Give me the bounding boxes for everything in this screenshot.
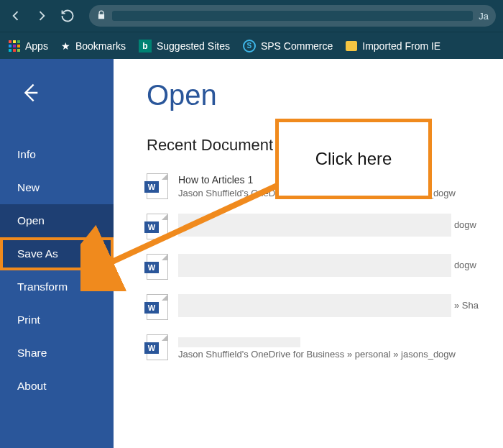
folder-icon xyxy=(346,41,357,51)
sidebar-item-label: Info xyxy=(17,148,36,160)
sidebar-item-new[interactable]: New xyxy=(0,171,114,204)
bookmark-bookmarks-label: Bookmarks xyxy=(75,40,126,52)
sidebar-item-save-as[interactable]: Save As xyxy=(0,237,114,270)
sidebar-item-print[interactable]: Print xyxy=(0,303,114,337)
sidebar-item-about[interactable]: About xyxy=(0,370,114,403)
sidebar-item-label: Print xyxy=(17,314,40,326)
document-row[interactable]: dogw xyxy=(147,214,503,239)
sidebar-item-label: Transform xyxy=(17,280,68,293)
sidebar-item-info[interactable]: Info xyxy=(0,138,114,171)
doc-path-tail: dogw xyxy=(454,260,476,270)
doc-path-tail: » Sha xyxy=(454,300,479,311)
bookmark-sps-label: SPS Commerce xyxy=(261,40,333,52)
word-doc-icon xyxy=(147,173,168,199)
sidebar-item-label: Share xyxy=(17,347,47,359)
sidebar-item-label: Save As xyxy=(17,247,58,260)
browser-chrome: Ja Apps ★ Bookmarks b Suggested Sites S … xyxy=(0,0,503,59)
sidebar-item-share[interactable]: Share xyxy=(0,337,114,370)
annotation-callout: Click here xyxy=(275,119,432,199)
star-icon: ★ xyxy=(61,40,70,52)
page-title: Open xyxy=(147,79,503,111)
sidebar-item-label: New xyxy=(17,181,40,193)
word-doc-icon xyxy=(147,214,168,239)
document-row[interactable]: Jason Shuffield's OneDrive for Business … xyxy=(147,334,503,360)
apps-icon xyxy=(9,40,20,52)
sidebar-item-label: Open xyxy=(17,214,45,227)
redacted-text xyxy=(178,254,451,277)
recent-documents-list: How to Articles 1 Jason Shuffield's OneD… xyxy=(147,173,503,361)
sidebar: Info New Open Save As Transform Print Sh… xyxy=(0,59,114,448)
main-panel: Open Recent Document How to Articles 1 J… xyxy=(114,59,503,448)
sps-icon: S xyxy=(243,40,256,52)
back-nav-button[interactable] xyxy=(7,7,24,24)
bing-icon: b xyxy=(139,40,152,52)
address-tail: Ja xyxy=(479,11,489,22)
bookmark-apps-label: Apps xyxy=(25,40,48,52)
forward-nav-button[interactable] xyxy=(33,7,50,24)
sidebar-item-open[interactable]: Open xyxy=(0,204,114,237)
bookmark-imported-label: Imported From IE xyxy=(362,40,440,52)
bookmark-apps[interactable]: Apps xyxy=(9,40,48,52)
bookmark-suggested-label: Suggested Sites xyxy=(157,40,230,52)
bookmark-sps[interactable]: S SPS Commerce xyxy=(243,40,333,52)
reload-button[interactable] xyxy=(59,7,76,24)
document-row[interactable]: dogw xyxy=(147,254,503,280)
redacted-text xyxy=(178,337,300,347)
redacted-text xyxy=(178,214,451,237)
sidebar-item-transform[interactable]: Transform xyxy=(0,270,114,303)
word-doc-icon xyxy=(147,294,168,320)
bookmark-imported[interactable]: Imported From IE xyxy=(346,40,440,52)
bookmark-bookmarks[interactable]: ★ Bookmarks xyxy=(61,40,126,52)
annotation-text: Click here xyxy=(315,149,392,169)
sidebar-item-label: About xyxy=(17,380,47,392)
doc-path-tail: dogw xyxy=(454,219,476,230)
doc-path: Jason Shuffield's OneDrive for Business … xyxy=(178,348,456,361)
back-button[interactable] xyxy=(0,76,114,125)
bookmark-suggested[interactable]: b Suggested Sites xyxy=(139,40,230,52)
document-row[interactable]: » Sha xyxy=(147,294,503,320)
word-doc-icon xyxy=(147,334,168,360)
address-masked xyxy=(112,11,473,21)
address-bar[interactable]: Ja xyxy=(89,5,496,27)
word-doc-icon xyxy=(147,254,168,280)
lock-icon xyxy=(96,10,106,22)
bookmarks-bar: Apps ★ Bookmarks b Suggested Sites S SPS… xyxy=(0,32,503,59)
redacted-text xyxy=(178,294,451,317)
word-online-backstage: Info New Open Save As Transform Print Sh… xyxy=(0,59,503,448)
